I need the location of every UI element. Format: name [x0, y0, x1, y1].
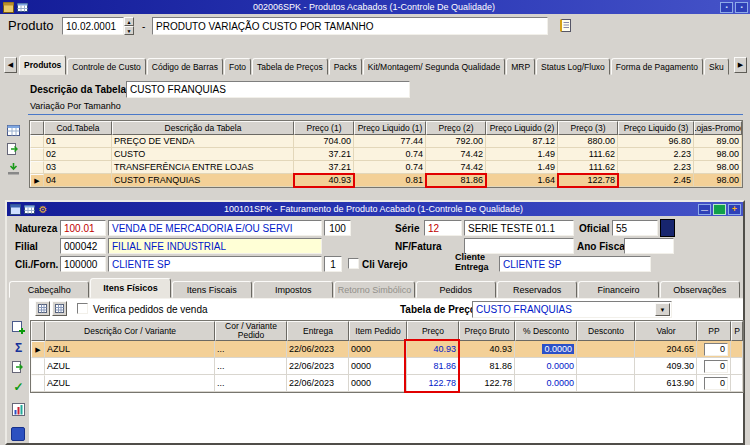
- cell[interactable]: 02: [44, 148, 112, 161]
- chart-icon[interactable]: [10, 401, 27, 418]
- ano-fiscal-field[interactable]: [624, 238, 674, 254]
- column-header-item-pedido[interactable]: Item Pedido: [349, 321, 407, 341]
- cell[interactable]: 0.81: [354, 174, 426, 187]
- column-header-preco-liquido2[interactable]: Preço Liquido (2): [486, 121, 558, 135]
- cell[interactable]: 880.00: [558, 135, 618, 148]
- column-header-preco2[interactable]: Preço (2): [426, 121, 486, 135]
- cell[interactable]: 0000: [349, 341, 407, 358]
- cell[interactable]: ...: [215, 358, 287, 375]
- cell[interactable]: 22/06/2023: [287, 341, 349, 358]
- tab-observacoes[interactable]: Observações: [660, 281, 740, 298]
- cell-highlighted[interactable]: 122.78: [558, 174, 618, 187]
- cell[interactable]: [577, 375, 635, 392]
- cell-preco[interactable]: 122.78: [407, 375, 459, 392]
- column-header-descricao[interactable]: Descrição da Tabela: [112, 121, 294, 135]
- cell[interactable]: ...: [215, 341, 287, 358]
- column-header-pct-desconto[interactable]: % Desconto: [515, 321, 577, 341]
- row-selector[interactable]: [30, 148, 44, 161]
- column-header-preco3[interactable]: Preço (3): [558, 121, 618, 135]
- column-header-pp[interactable]: PP: [697, 321, 731, 341]
- cell[interactable]: 04: [44, 174, 112, 187]
- cell-highlighted[interactable]: 40.93: [294, 174, 354, 187]
- cell[interactable]: 2.45: [618, 174, 694, 187]
- spinner-down-button[interactable]: ▼: [124, 26, 134, 35]
- cell-preco[interactable]: 40.93: [407, 341, 459, 358]
- cell[interactable]: 2.23: [618, 148, 694, 161]
- tab-kit-montagem[interactable]: Kit/Montagem/ Segunda Qualidade: [363, 58, 505, 75]
- cli-forn-code-input[interactable]: 100000: [60, 256, 106, 272]
- table-icon[interactable]: [5, 122, 22, 139]
- grid-view-button[interactable]: [35, 301, 50, 316]
- row-selector[interactable]: [31, 358, 45, 375]
- cell[interactable]: 111.62: [558, 148, 618, 161]
- tab-itens-fisicos[interactable]: Itens Físicos: [90, 278, 170, 298]
- tab-financeiro[interactable]: Financeiro: [578, 281, 658, 298]
- cell[interactable]: 0: [697, 358, 731, 375]
- tab-impostos[interactable]: Impostos: [253, 281, 333, 298]
- tab-cabecalho[interactable]: Cabeçalho: [9, 281, 89, 298]
- download-icon[interactable]: [5, 160, 22, 177]
- cell-highlighted[interactable]: 81.86: [426, 174, 486, 187]
- cell[interactable]: 22/06/2023: [287, 375, 349, 392]
- cell[interactable]: 0: [697, 375, 731, 392]
- cell[interactable]: [731, 358, 743, 375]
- column-header-valor[interactable]: Valor: [635, 321, 697, 341]
- row-selector[interactable]: [30, 161, 44, 174]
- tab-itens-fiscais[interactable]: Itens Fiscais: [172, 281, 252, 298]
- cell[interactable]: CUSTO: [112, 148, 294, 161]
- produto-description-input[interactable]: PRODUTO VARIAÇÃO CUSTO POR TAMANHO: [152, 17, 548, 35]
- cell[interactable]: 122.78: [459, 375, 515, 392]
- column-header-descricao-cor[interactable]: Descrição Cor / Variante: [45, 321, 215, 341]
- cell[interactable]: ...: [215, 375, 287, 392]
- column-header-lojas[interactable]: Lojas-Promoç: [694, 121, 742, 135]
- column-header-preco1[interactable]: Preço (1): [294, 121, 354, 135]
- tab-pedidos[interactable]: Pedidos: [416, 281, 496, 298]
- cell[interactable]: [577, 358, 635, 375]
- cell[interactable]: 40.93: [459, 341, 515, 358]
- cell[interactable]: 0.0000: [515, 341, 577, 358]
- cell[interactable]: 0.0000: [515, 375, 577, 392]
- cell[interactable]: 98.00: [694, 174, 742, 187]
- notes-icon[interactable]: [558, 17, 574, 33]
- tab-tabela-de-precos[interactable]: Tabela de Preços: [252, 58, 328, 75]
- row-selector[interactable]: [30, 135, 44, 148]
- cell[interactable]: AZUL: [45, 375, 215, 392]
- combo-dropdown-button[interactable]: ▼: [655, 303, 670, 316]
- cell[interactable]: 0.0000: [515, 358, 577, 375]
- column-header-entrega[interactable]: Entrega: [287, 321, 349, 341]
- confirm-check-icon[interactable]: ✓: [10, 378, 27, 395]
- cell[interactable]: 98.00: [694, 148, 742, 161]
- sum-icon[interactable]: Σ: [10, 339, 27, 356]
- cell[interactable]: 87.12: [486, 135, 558, 148]
- cell-preco[interactable]: 81.86: [407, 358, 459, 375]
- add-button[interactable]: +: [728, 204, 741, 215]
- row-selector[interactable]: [31, 375, 45, 392]
- tab-status-log-fluxo[interactable]: Status Log/Fluxo: [536, 58, 610, 75]
- cell[interactable]: 1.49: [486, 161, 558, 174]
- produto-code-input[interactable]: 10.02.0001: [62, 17, 124, 35]
- natureza-extra-field[interactable]: 100: [324, 220, 351, 236]
- filial-code-input[interactable]: 000042: [60, 238, 106, 254]
- cell[interactable]: 77.44: [354, 135, 426, 148]
- tab-scroll-right-button[interactable]: ▶: [734, 57, 747, 73]
- window1-titlebar-button-1[interactable]: ▪: [720, 2, 733, 13]
- cell[interactable]: 1.49: [486, 148, 558, 161]
- tab-foto[interactable]: Foto: [224, 58, 251, 75]
- column-header-preco-bruto[interactable]: Preço Bruto: [459, 321, 515, 341]
- cell[interactable]: 96.80: [618, 135, 694, 148]
- cell[interactable]: 1.64: [486, 174, 558, 187]
- export-icon[interactable]: [5, 141, 22, 158]
- cell[interactable]: CUSTO FRANQUIAS: [112, 174, 294, 187]
- tab-scroll-left-button[interactable]: ◀: [4, 57, 17, 73]
- tab-codigo-de-barras[interactable]: Código de Barras: [147, 58, 223, 75]
- descricao-tabela-input[interactable]: CUSTO FRANQUIAS: [126, 81, 410, 98]
- column-header-preco-liquido1[interactable]: Preço Liquido (1): [354, 121, 426, 135]
- tab-mrp[interactable]: MRP: [506, 58, 535, 75]
- green-button[interactable]: [713, 204, 726, 215]
- export-icon[interactable]: [10, 359, 27, 376]
- add-row-icon[interactable]: [10, 319, 27, 336]
- cell[interactable]: 74.42: [426, 148, 486, 161]
- cliente-entrega-field[interactable]: CLIENTE SP: [499, 256, 651, 272]
- cell[interactable]: TRANSFERÊNCIA ENTRE LOJAS: [112, 161, 294, 174]
- cell[interactable]: 204.65: [635, 341, 697, 358]
